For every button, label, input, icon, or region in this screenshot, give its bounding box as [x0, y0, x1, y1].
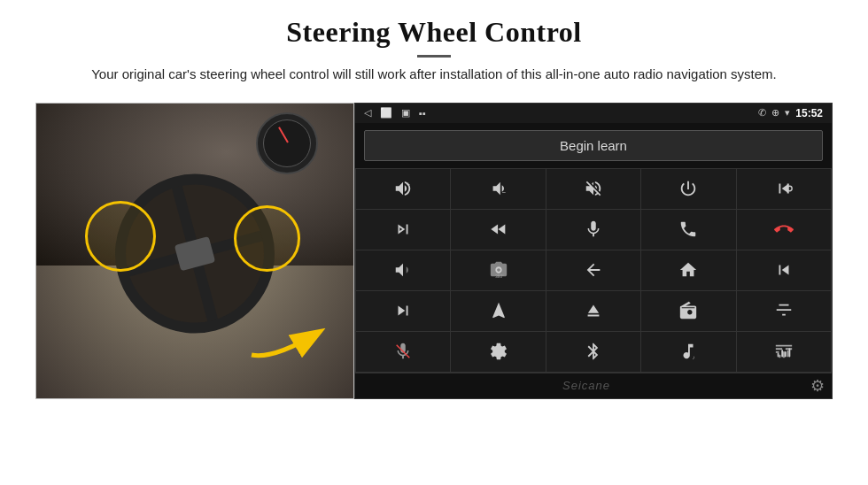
seicane-watermark: Seicane	[362, 379, 810, 392]
eq-button[interactable]	[737, 291, 831, 331]
back-icon[interactable]: ◁	[364, 107, 371, 119]
svg-text:360°: 360°	[495, 274, 504, 279]
svg-text:−: −	[501, 189, 505, 196]
gear-icon[interactable]: ⚙	[810, 376, 825, 396]
recents-icon[interactable]: ▣	[401, 107, 410, 119]
content-row: ◁ ⬜ ▣ ▪▪ ✆ ⊕ ▾ 15:52 Begin learn	[35, 103, 833, 399]
vol-up-button[interactable]: +	[356, 169, 450, 209]
phone-status-icon: ✆	[758, 107, 766, 119]
location-status-icon: ⊕	[771, 107, 779, 119]
power-button[interactable]	[641, 169, 735, 209]
phone-call-button[interactable]	[641, 210, 735, 250]
cam360-button[interactable]: 360°	[451, 250, 545, 290]
highlight-right	[234, 205, 300, 272]
bluetooth-button[interactable]	[546, 332, 640, 372]
status-nav-icons: ◁ ⬜ ▣ ▪▪	[364, 107, 426, 119]
highlight-left	[85, 201, 156, 272]
back-nav-button[interactable]	[546, 250, 640, 290]
signal-icon: ▪▪	[419, 108, 426, 119]
bottom-bar: Seicane ⚙	[355, 373, 832, 398]
eject-button[interactable]	[546, 291, 640, 331]
title-divider	[417, 55, 451, 58]
arrow-indicator	[247, 319, 327, 372]
status-time: 15:52	[795, 107, 823, 119]
android-ui: ◁ ⬜ ▣ ▪▪ ✆ ⊕ ▾ 15:52 Begin learn	[354, 103, 833, 399]
wifi-status-icon: ▾	[785, 107, 790, 119]
home-status-icon[interactable]: ⬜	[380, 107, 392, 119]
begin-learn-button[interactable]: Begin learn	[364, 130, 823, 161]
settings2-button[interactable]	[451, 332, 545, 372]
control-button-grid: + −	[355, 168, 832, 373]
title-section: Steering Wheel Control Your original car…	[91, 16, 777, 85]
svg-rect-10	[785, 351, 787, 357]
horn-button[interactable]	[356, 250, 450, 290]
prev-chapter-button[interactable]	[737, 250, 831, 290]
end-call-button[interactable]	[737, 210, 831, 250]
mute-button[interactable]	[546, 169, 640, 209]
equalizer-button[interactable]	[737, 332, 831, 372]
navigate-button[interactable]	[451, 291, 545, 331]
page: Steering Wheel Control Your original car…	[0, 0, 868, 485]
status-right-icons: ✆ ⊕ ▾ 15:52	[758, 107, 823, 119]
next-chapter2-button[interactable]	[356, 291, 450, 331]
svg-text:♪: ♪	[693, 354, 695, 360]
begin-learn-row: Begin learn	[355, 123, 832, 168]
page-title: Steering Wheel Control	[91, 16, 777, 49]
page-subtitle: Your original car's steering wheel contr…	[91, 65, 777, 85]
vol-down-button[interactable]: −	[451, 169, 545, 209]
radio-button[interactable]	[641, 291, 735, 331]
svg-rect-9	[781, 350, 783, 357]
svg-rect-11	[788, 348, 790, 357]
next-track-button[interactable]	[356, 210, 450, 250]
svg-rect-8	[777, 353, 779, 358]
home-nav-button[interactable]	[641, 250, 735, 290]
svg-text:+: +	[407, 181, 410, 189]
mic-button[interactable]	[546, 210, 640, 250]
prev-track-phone-button[interactable]	[737, 169, 831, 209]
music-button[interactable]: ♪	[641, 332, 735, 372]
car-image	[35, 103, 354, 399]
ff-prev-button[interactable]	[451, 210, 545, 250]
mic2-button[interactable]	[356, 332, 450, 372]
status-bar: ◁ ⬜ ▣ ▪▪ ✆ ⊕ ▾ 15:52	[355, 104, 832, 123]
